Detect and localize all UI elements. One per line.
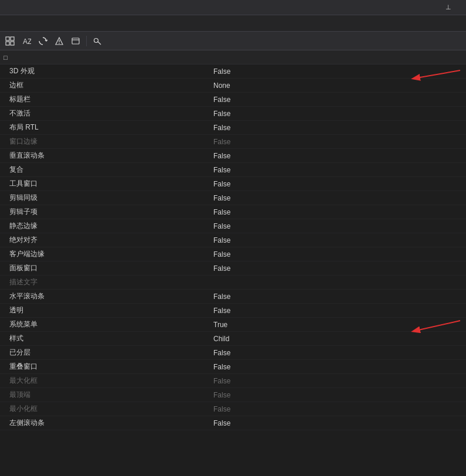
prop-name: 水平滚动条: [9, 291, 209, 301]
prop-name: 复合: [9, 165, 209, 175]
prop-value: False: [209, 222, 230, 230]
prop-value: False: [209, 405, 230, 413]
property-row[interactable]: 3D 外观False: [0, 64, 466, 79]
prop-name: 最顶端: [9, 390, 209, 400]
property-row[interactable]: 系统菜单True: [0, 318, 466, 332]
property-row[interactable]: 样式Child: [0, 332, 466, 346]
prop-name: 剪辑子项: [9, 207, 209, 217]
prop-name: 已分层: [9, 348, 209, 358]
prop-value: False: [209, 236, 230, 244]
property-row[interactable]: 水平滚动条False: [0, 290, 466, 304]
property-row[interactable]: 标题栏False: [0, 93, 466, 107]
property-row[interactable]: 绝对对齐False: [0, 233, 466, 247]
property-row[interactable]: 重叠窗口False: [0, 360, 466, 374]
svg-rect-1: [11, 37, 14, 40]
prop-value: False: [209, 138, 230, 146]
prop-value: False: [209, 419, 230, 427]
prop-name: 垂直滚动条: [9, 151, 209, 161]
svg-rect-3: [11, 42, 14, 45]
toolbar-btn-key[interactable]: [90, 33, 105, 49]
property-row[interactable]: 描述文字: [0, 276, 466, 290]
property-row[interactable]: 不激活False: [0, 107, 466, 121]
pin-button[interactable]: ⊥: [443, 2, 454, 12]
prop-value: False: [209, 152, 230, 160]
prop-value: False: [209, 391, 230, 399]
prop-name: 重叠窗口: [9, 362, 209, 372]
prop-name: 窗口边缘: [9, 137, 209, 147]
property-row[interactable]: 剪辑子项False: [0, 205, 466, 219]
toolbar: AZ: [0, 32, 466, 50]
prop-value: False: [209, 166, 230, 174]
prop-value: False: [209, 349, 230, 357]
property-row[interactable]: 左侧滚动条False: [0, 416, 466, 430]
property-row[interactable]: 最小化框False: [0, 402, 466, 416]
properties-panel: □ 3D 外观False边框None标题栏False不激活False布局 RTL…: [0, 50, 466, 476]
prop-name: 左侧滚动条: [9, 418, 209, 428]
prop-name: 描述文字: [9, 277, 209, 287]
prop-name: 工具窗口: [9, 179, 209, 189]
property-row[interactable]: 面板窗口False: [0, 261, 466, 276]
svg-text:AZ: AZ: [23, 38, 31, 46]
prop-value: None: [209, 81, 230, 90]
svg-rect-2: [6, 42, 9, 45]
prop-value: False: [209, 377, 230, 385]
prop-name: 标题栏: [9, 94, 209, 104]
prop-name: 静态边缘: [9, 221, 209, 231]
svg-rect-8: [72, 38, 79, 44]
toolbar-btn-grid[interactable]: [2, 33, 18, 49]
property-row[interactable]: 最顶端False: [0, 388, 466, 402]
prop-name: 面板窗口: [9, 263, 209, 273]
prop-value: False: [209, 250, 230, 259]
prop-value: False: [209, 180, 230, 188]
prop-name: 最小化框: [9, 404, 209, 414]
property-row[interactable]: 窗口边缘False: [0, 135, 466, 149]
toolbar-btn-event[interactable]: [52, 33, 67, 49]
section-header[interactable]: □: [0, 50, 466, 64]
prop-name: 不激活: [9, 108, 209, 118]
dropdown-row[interactable]: [0, 15, 466, 32]
prop-name: 系统菜单: [9, 319, 209, 329]
prop-name: 3D 外观: [9, 66, 209, 76]
prop-name: 剪辑同级: [9, 193, 209, 203]
toolbar-btn-resource[interactable]: [68, 33, 83, 49]
section-toggle-icon: □: [4, 54, 8, 61]
prop-value: False: [209, 264, 230, 273]
prop-name: 客户端边缘: [9, 249, 209, 259]
svg-rect-0: [6, 37, 9, 40]
prop-name: 透明: [9, 305, 209, 315]
prop-name: 边框: [9, 80, 209, 90]
svg-point-10: [94, 38, 98, 42]
prop-value: False: [209, 363, 230, 371]
prop-name: 布局 RTL: [9, 123, 209, 132]
prop-value: False: [209, 293, 230, 301]
property-row[interactable]: 布局 RTLFalse: [0, 121, 466, 135]
prop-value: False: [209, 110, 230, 118]
property-row[interactable]: 静态边缘False: [0, 219, 466, 233]
prop-value: True: [209, 321, 227, 329]
property-row[interactable]: 剪辑同级False: [0, 191, 466, 205]
property-row[interactable]: 透明False: [0, 304, 466, 318]
prop-value: False: [209, 96, 230, 104]
prop-value: False: [209, 67, 230, 76]
toolbar-btn-sort[interactable]: AZ: [19, 33, 34, 49]
prop-value: False: [209, 307, 230, 315]
prop-name: 绝对对齐: [9, 235, 209, 245]
prop-name: 样式: [9, 334, 209, 344]
close-button[interactable]: [457, 6, 462, 9]
prop-name: 最大化框: [9, 376, 209, 386]
prop-value: False: [209, 208, 230, 216]
property-row[interactable]: 工具窗口False: [0, 177, 466, 191]
property-row[interactable]: 复合False: [0, 163, 466, 177]
prop-value: False: [209, 124, 230, 132]
title-bar: ⊥: [0, 0, 466, 15]
property-row[interactable]: 最大化框False: [0, 374, 466, 388]
svg-line-11: [98, 42, 101, 45]
prop-value: Child: [209, 335, 229, 343]
prop-value: False: [209, 194, 230, 202]
property-row[interactable]: 已分层False: [0, 346, 466, 360]
property-row[interactable]: 垂直滚动条False: [0, 149, 466, 163]
svg-point-7: [59, 43, 60, 44]
property-row[interactable]: 客户端边缘False: [0, 247, 466, 261]
toolbar-btn-refresh[interactable]: [35, 33, 50, 49]
property-row[interactable]: 边框None: [0, 79, 466, 93]
